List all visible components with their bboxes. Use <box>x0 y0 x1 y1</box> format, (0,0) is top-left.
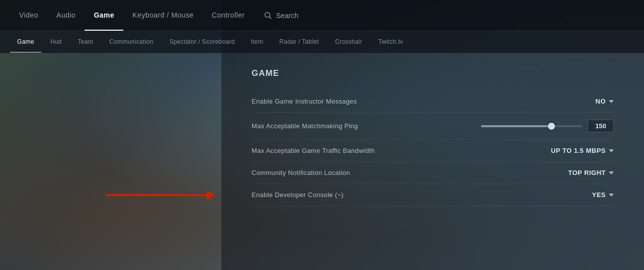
setting-value-instructor-messages[interactable]: NO <box>596 98 614 105</box>
setting-value-text-instructor: NO <box>596 98 606 105</box>
sub-nav-spectator-scoreboard[interactable]: Spectator / Scoreboard <box>163 31 242 53</box>
slider-thumb[interactable] <box>548 123 555 130</box>
setting-value-text-bandwidth: UP TO 1.5 MBPS <box>551 147 606 154</box>
slider-track[interactable] <box>481 125 582 127</box>
content-area: Game Enable Game Instructor Messages NO … <box>221 53 644 221</box>
setting-row-developer-console: Enable Developer Console (~) YES <box>252 184 614 206</box>
setting-value-text-notification: TOP RIGHT <box>568 169 606 176</box>
search-icon <box>264 12 272 20</box>
slider-fill <box>481 125 551 127</box>
chevron-down-icon-bandwidth <box>609 149 614 152</box>
setting-row-bandwidth: Max Acceptable Game Traffic Bandwidth UP… <box>252 140 614 162</box>
search-label: Search <box>276 12 298 20</box>
chevron-down-icon <box>609 100 614 103</box>
sub-nav-hud[interactable]: Hud <box>43 31 69 53</box>
sub-nav-twitchtv[interactable]: Twitch.tv <box>371 31 410 53</box>
sub-nav-item[interactable]: Item <box>244 31 271 53</box>
setting-row-notification: Community Notification Location TOP RIGH… <box>252 162 614 184</box>
setting-label-bandwidth: Max Acceptable Game Traffic Bandwidth <box>252 147 375 154</box>
ping-input[interactable]: 150 <box>588 120 614 132</box>
sub-nav-team[interactable]: Team <box>71 31 101 53</box>
svg-line-1 <box>269 17 271 19</box>
sub-nav-game[interactable]: Game <box>10 31 41 53</box>
setting-label-ping: Max Acceptable Matchmaking Ping <box>252 122 358 130</box>
nav-item-audio[interactable]: Audio <box>47 0 85 31</box>
setting-label-notification: Community Notification Location <box>252 169 350 176</box>
setting-value-developer-console[interactable]: YES <box>592 191 614 199</box>
chevron-down-icon-developer <box>609 194 614 197</box>
setting-value-notification[interactable]: TOP RIGHT <box>568 169 614 176</box>
setting-value-text-developer: YES <box>592 191 606 199</box>
setting-label-instructor-messages: Enable Game Instructor Messages <box>252 98 357 105</box>
top-nav: Video Audio Game Keyboard / Mouse Contro… <box>0 0 644 31</box>
sub-nav-radar-tablet[interactable]: Radar / Tablet <box>272 31 326 53</box>
setting-label-developer-console: Enable Developer Console (~) <box>252 191 344 199</box>
setting-row-ping: Max Acceptable Matchmaking Ping 150 <box>252 113 614 140</box>
arrow-head <box>206 190 215 200</box>
nav-item-keyboard-mouse[interactable]: Keyboard / Mouse <box>123 0 203 31</box>
arrow-body <box>106 194 206 196</box>
ping-slider-container: 150 <box>481 120 614 132</box>
sub-nav: Game Hud Team Communication Spectator / … <box>0 31 644 53</box>
setting-value-bandwidth[interactable]: UP TO 1.5 MBPS <box>551 147 614 154</box>
chevron-down-icon-notification <box>609 171 614 174</box>
setting-row-instructor-messages: Enable Game Instructor Messages NO <box>252 91 614 113</box>
arrow-indicator <box>106 190 215 200</box>
sub-nav-crosshair[interactable]: Crosshair <box>328 31 369 53</box>
nav-item-controller[interactable]: Controller <box>203 0 254 31</box>
search-bar[interactable]: Search <box>264 0 298 31</box>
nav-item-video[interactable]: Video <box>10 0 47 31</box>
sub-nav-communication[interactable]: Communication <box>102 31 160 53</box>
section-title: Game <box>252 68 614 78</box>
nav-item-game[interactable]: Game <box>85 0 123 31</box>
